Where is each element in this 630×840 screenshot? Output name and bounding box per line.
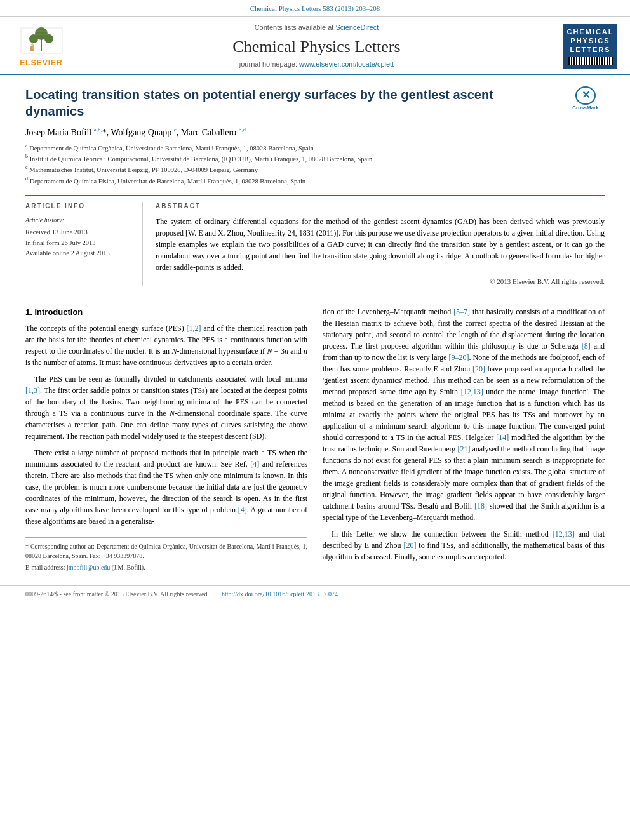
footnote-corresponding: * Corresponding author at: Departament d… [25,542,307,561]
ref-4a[interactable]: [4] [250,460,259,469]
svg-point-8 [31,43,34,46]
cpl-logo-line3: LETTERS [570,45,610,54]
journal-homepage-link[interactable]: www.elsevier.com/locate/cplett [299,60,394,68]
doi-link[interactable]: http://dx.doi.org/10.1016/j.cplett.2013.… [222,590,338,599]
ref-12-13[interactable]: [12,13] [461,387,483,396]
abstract-section: ABSTRACT The system of ordinary differen… [156,202,605,286]
journal-reference-text: Chemical Physics Letters 583 (2013) 203–… [250,4,380,12]
footnote-email: E-mail address: jmbofill@ub.edu (J.M. Bo… [25,563,307,572]
affiliation-d: d Departament de Química Física, Univers… [25,175,605,186]
bottom-bar: 0009-2614/$ - see front matter © 2013 El… [0,585,630,603]
cpl-logo-line2: PHYSICS [570,36,610,45]
article-info: ARTICLE INFO Article history: Received 1… [25,202,143,286]
ref-12-13b[interactable]: [12,13] [553,530,575,538]
body-column-left: 1. Introduction The concepts of the pote… [25,306,307,574]
author-sep2: , Marc Caballero [177,127,239,137]
crossmark-icon: ✕ [582,89,590,102]
ref-5-7[interactable]: [5–7] [453,307,470,316]
ref-20b[interactable]: [20] [403,541,416,550]
copyright-line: © 2013 Elsevier B.V. All rights reserved… [156,277,605,286]
body-para-4: tion of the Levenberg–Marquardt method [… [323,306,605,523]
ref-21[interactable]: [21] [457,444,470,453]
body-para-3: There exist a large number of proposed m… [25,447,307,527]
issn-text: 0009-2614/$ - see front matter © 2013 El… [25,590,209,599]
article-info-title: ARTICLE INFO [25,202,135,211]
svg-point-3 [29,34,38,43]
author3-sup: b,d [239,126,246,133]
cpl-logo-box: CHEMICAL PHYSICS LETTERS [563,24,617,69]
abstract-body: The system of ordinary differential equa… [156,217,605,272]
paper-title-text: Locating transition states on potential … [25,88,493,118]
body-para-1: The concepts of the potential energy sur… [25,323,307,368]
affiliation-a: a Departament de Química Orgànica, Unive… [25,142,605,153]
journal-homepage: journal homepage: www.elsevier.com/locat… [76,60,557,69]
abstract-title: ABSTRACT [156,202,605,211]
ref-20[interactable]: [20] [473,364,485,373]
body-para-2: The PES can be seen as formally divided … [25,373,307,442]
author1: Josep Maria Bofill [25,127,94,137]
paper-title-container: Locating transition states on potential … [25,86,605,119]
available-online-date: Available online 2 August 2013 [25,248,135,259]
crossmark-badge[interactable]: ✕ CrossMark [566,86,605,112]
article-history-label: Article history: [25,216,135,225]
cpl-logo-line1: CHEMICAL [566,27,613,36]
received-date: Received 13 June 2013 [25,227,135,238]
section-separator [25,297,605,297]
abstract-text: The system of ordinary differential equa… [156,216,605,273]
authors-line: Josep Maria Bofill a,b,*, Wolfgang Quapp… [25,126,605,138]
body-para-5: In this Letter we show the connection be… [323,528,605,563]
info-abstract-section: ARTICLE INFO Article history: Received 1… [25,195,605,286]
main-content: Locating transition states on potential … [0,75,630,585]
journal-reference-bar: Chemical Physics Letters 583 (2013) 203–… [0,0,630,17]
crossmark-circle: ✕ [575,86,596,105]
ref-9-20[interactable]: [9–20] [449,353,469,362]
sciencedirect-link[interactable]: ScienceDirect [335,23,379,31]
footnote-email-link[interactable]: jmbofill@ub.edu [67,564,110,571]
article-history-dates: Received 13 June 2013 In final form 26 J… [25,227,135,259]
ref-8[interactable]: [8] [582,342,591,350]
corresponding-star: * [102,127,107,137]
author1-sup: a,b, [94,126,102,133]
journal-header-center: Contents lists available at ScienceDirec… [76,23,557,69]
author-sep1: , Wolfgang Quapp [107,127,174,137]
body-column-right: tion of the Levenberg–Marquardt method [… [323,306,605,574]
elsevier-logo-svg [18,25,65,57]
section1-title: 1. Introduction [25,306,307,319]
ref-14[interactable]: [14] [496,433,509,442]
journal-header: ELSEVIER Contents lists available at Sci… [0,17,630,74]
body-columns: 1. Introduction The concepts of the pote… [25,306,605,574]
svg-point-4 [44,34,53,43]
ref-1-2[interactable]: [1,2] [187,324,201,333]
journal-title: Chemical Physics Letters [76,36,557,58]
elsevier-logo: ELSEVIER [13,25,70,69]
ref-1-3[interactable]: [1,3] [25,386,40,395]
journal-barcode [568,57,613,65]
crossmark-label: CrossMark [572,105,598,111]
ref-4b[interactable]: [4] [238,505,247,514]
elsevier-brand-text: ELSEVIER [20,58,62,69]
contents-available-text: Contents lists available at ScienceDirec… [76,23,557,32]
affiliation-c: c Mathematisches Institut, Universität L… [25,164,605,175]
affiliations: a Departament de Química Orgànica, Unive… [25,142,605,186]
affiliation-b: b Institut de Química Teòrica i Computac… [25,153,605,164]
final-form-date: In final form 26 July 2013 [25,238,135,249]
ref-18[interactable]: [18] [474,502,487,510]
footnote-area: * Corresponding author at: Departament d… [25,537,307,572]
